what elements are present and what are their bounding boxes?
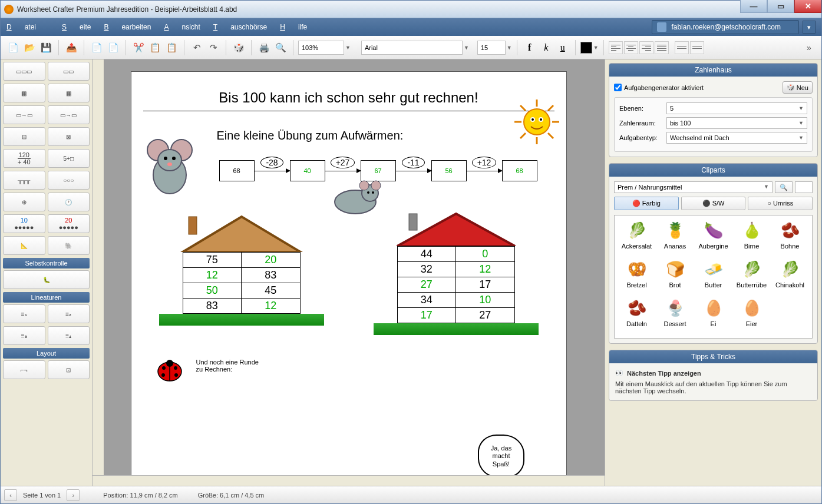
close-button[interactable]: ✕ xyxy=(794,0,821,13)
preview-button[interactable]: 🔍 xyxy=(273,40,288,55)
tool-lines4[interactable]: ≡₄ xyxy=(48,326,90,345)
save-button[interactable]: 💾 xyxy=(38,40,54,55)
clipart-item[interactable]: 🥨Bretzel xyxy=(618,258,655,296)
toolbar-overflow[interactable]: » xyxy=(801,40,817,55)
redo-button[interactable]: ↷ xyxy=(206,40,221,55)
page-delete-button[interactable]: 📄 xyxy=(105,40,121,55)
tool-blocks1[interactable]: ▭▭▭ xyxy=(3,62,45,81)
valign-top-button[interactable] xyxy=(675,41,689,54)
clipart-item[interactable]: 🥬Chinakohl xyxy=(771,258,808,296)
paste-button[interactable]: 📋 xyxy=(164,40,179,55)
page-prev-button[interactable]: ‹ xyxy=(4,489,17,501)
tool-animal[interactable]: 🐘 xyxy=(48,236,90,255)
tool-tree1[interactable]: ⊟ xyxy=(3,127,45,146)
underline-button[interactable]: u xyxy=(555,40,570,55)
open-button[interactable]: 📂 xyxy=(22,40,37,55)
tool-dots10[interactable]: 10●●●●● xyxy=(3,214,45,233)
tool-grid1[interactable]: ▦ xyxy=(3,84,45,102)
cut-button[interactable]: ✂️ xyxy=(131,40,146,55)
tool-layout2[interactable]: ⊡ xyxy=(48,360,90,379)
tool-equation[interactable]: 5+□ xyxy=(48,149,90,168)
undo-button[interactable]: ↶ xyxy=(189,40,204,55)
bold-button[interactable]: f xyxy=(522,40,537,55)
worksheet-page[interactable]: Bis 100 kann ich schon sehr gut rechnen!… xyxy=(131,71,567,475)
generator-checkbox[interactable] xyxy=(614,84,622,91)
tip-heading[interactable]: 👀Nächsten Tipp anzeigen xyxy=(615,369,811,377)
tool-lines1[interactable]: ≡₁ xyxy=(3,304,45,323)
clipart-category[interactable]: Prem / Nahrungsmittel▼ xyxy=(614,181,773,193)
align-left-button[interactable] xyxy=(609,41,623,54)
sun-clipart[interactable] xyxy=(513,98,560,145)
zahlenraum-select[interactable]: bis 100▼ xyxy=(666,117,807,129)
mouse-clipart[interactable] xyxy=(143,134,196,198)
valign-mid-button[interactable] xyxy=(690,41,704,54)
clipart-item[interactable]: 🍞Brot xyxy=(656,258,694,296)
color-filter-icon[interactable] xyxy=(795,181,813,193)
tool-chain2[interactable]: ▭→▭ xyxy=(48,105,90,124)
tool-beads[interactable]: ○○○ xyxy=(48,171,90,190)
search-icon[interactable]: 🔍 xyxy=(775,181,793,193)
maximize-button[interactable]: ▭ xyxy=(767,0,794,13)
menu-ansicht[interactable]: Ansicht xyxy=(164,23,200,31)
mode-farbig[interactable]: 🔴 Farbig xyxy=(614,197,679,210)
thought-bubble[interactable]: Ja, das macht Spaß! xyxy=(448,424,554,475)
tool-dots20[interactable]: 20●●●●● xyxy=(48,214,90,233)
tool-tree2[interactable]: ⊠ xyxy=(48,127,90,146)
tool-add[interactable]: 120+ 40 xyxy=(3,149,45,168)
clipart-item[interactable]: 🍐Birne xyxy=(733,219,770,257)
tool-layout1[interactable]: ⌐¬ xyxy=(3,360,45,379)
mode-umriss[interactable]: ○ Umriss xyxy=(748,197,813,210)
canvas-scroll[interactable]: Bis 100 kann ich schon sehr gut rechnen!… xyxy=(93,59,605,475)
zoom-chevron-icon[interactable]: ▼ xyxy=(345,45,351,51)
tool-chain1[interactable]: ▭→▭ xyxy=(3,105,45,124)
mode-sw[interactable]: ⚫ S/W xyxy=(681,197,746,210)
clipart-item[interactable]: 🫘Bohne xyxy=(771,219,808,257)
italic-button[interactable]: k xyxy=(539,40,554,55)
house-1[interactable]: 95 7520128350458312 xyxy=(159,211,324,335)
tool-ruler[interactable]: ╥╥╥ xyxy=(3,171,45,190)
menu-tauschboerse[interactable]: Tauschbörse xyxy=(213,23,267,31)
clipart-item[interactable]: 🍍Ananas xyxy=(656,219,694,257)
aufgabentyp-select[interactable]: Wechselnd mit Dach▼ xyxy=(666,132,807,144)
clipart-item[interactable]: 🫘Datteln xyxy=(618,297,655,334)
clipart-item[interactable]: 🥚Ei xyxy=(695,297,732,334)
menu-bearbeiten[interactable]: Bearbeiten xyxy=(104,23,151,31)
print-button[interactable]: 🖨️ xyxy=(256,40,272,55)
align-center-button[interactable] xyxy=(624,41,638,54)
fontsize-select[interactable] xyxy=(477,41,506,55)
user-account[interactable]: fabian.roeken@getschoolcraft.com xyxy=(652,20,799,34)
page-next-button[interactable]: › xyxy=(67,489,80,501)
clipart-item[interactable]: 🥬Ackersalat xyxy=(618,219,655,257)
clipart-item[interactable]: 🥬Butterrübe xyxy=(733,258,770,296)
tool-target[interactable]: ⊕ xyxy=(3,193,45,211)
tool-lines2[interactable]: ≡₂ xyxy=(48,304,90,323)
tool-grid2[interactable]: ▦ xyxy=(48,84,90,102)
clipart-item[interactable]: 🥚Eier xyxy=(733,297,770,334)
menu-datei[interactable]: Datei xyxy=(6,23,49,31)
menu-hilfe[interactable]: Hilfe xyxy=(280,23,307,31)
color-picker[interactable] xyxy=(580,42,592,54)
tool-selfcheck[interactable]: 🐛 xyxy=(3,270,90,289)
clipart-item[interactable]: 🍨Dessert xyxy=(656,297,694,334)
color-chevron-icon[interactable]: ▼ xyxy=(593,45,599,51)
align-right-button[interactable] xyxy=(639,41,653,54)
tool-blocks2[interactable]: ▭▭ xyxy=(48,62,90,81)
ebenen-select[interactable]: 5▼ xyxy=(666,102,807,114)
menu-seite[interactable]: Seite xyxy=(62,23,91,31)
copy-button[interactable]: 📋 xyxy=(147,40,163,55)
house-2[interactable]: 44 4403212271734101727 xyxy=(374,211,539,335)
export-button[interactable]: 📤 xyxy=(64,40,79,55)
tool-geo[interactable]: 📐 xyxy=(3,236,45,255)
new-button[interactable]: 📄 xyxy=(5,40,21,55)
minimize-button[interactable]: — xyxy=(740,0,767,13)
ladybug-clipart[interactable] xyxy=(155,359,184,382)
page-add-button[interactable]: 📄 xyxy=(89,40,104,55)
align-justify-button[interactable] xyxy=(655,41,669,54)
clipart-item[interactable]: 🍆Aubergine xyxy=(695,219,732,257)
font-chevron-icon[interactable]: ▼ xyxy=(464,45,469,51)
clipart-item[interactable]: 🧈Butter xyxy=(695,258,732,296)
zoom-select[interactable] xyxy=(298,41,344,55)
font-select[interactable] xyxy=(361,41,463,55)
tool-clock[interactable]: 🕐 xyxy=(48,193,90,211)
size-chevron-icon[interactable]: ▼ xyxy=(507,45,512,51)
